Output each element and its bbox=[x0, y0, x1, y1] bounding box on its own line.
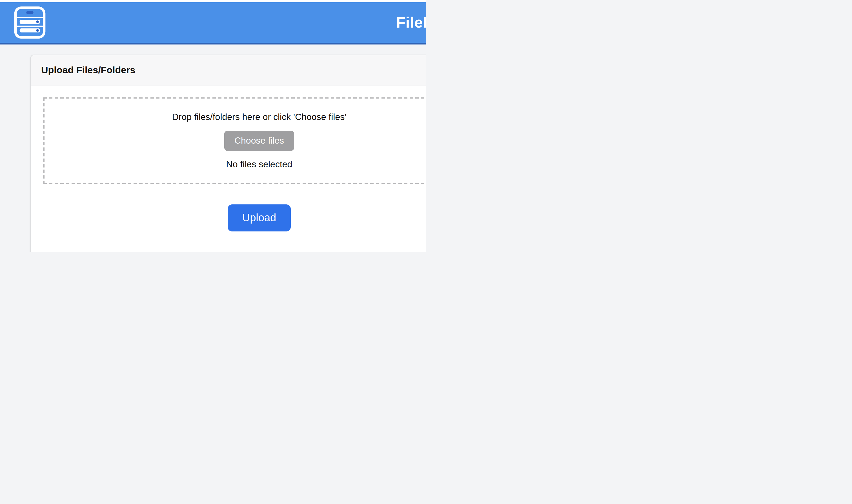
no-files-selected-text: No files selected bbox=[226, 159, 293, 169]
upload-button[interactable]: Upload bbox=[228, 204, 291, 231]
top-cards-row: Upload Files/Folders Drop files/folders … bbox=[31, 55, 426, 252]
dropzone-text: Drop files/folders here or click 'Choose… bbox=[172, 112, 347, 122]
upload-card-header: Upload Files/Folders bbox=[31, 55, 426, 86]
upload-card: Upload Files/Folders Drop files/folders … bbox=[31, 55, 426, 252]
choose-files-button[interactable]: Choose files bbox=[224, 131, 294, 151]
upload-card-title: Upload Files/Folders bbox=[41, 65, 135, 76]
upload-card-body: Drop files/folders here or click 'Choose… bbox=[31, 86, 426, 243]
app-title: FileRise bbox=[0, 14, 426, 31]
top-strip bbox=[0, 0, 426, 2]
upload-dropzone[interactable]: Drop files/folders here or click 'Choose… bbox=[44, 97, 426, 184]
filerise-app: FileRise bbox=[0, 0, 426, 252]
header-bar: FileRise bbox=[0, 2, 426, 44]
